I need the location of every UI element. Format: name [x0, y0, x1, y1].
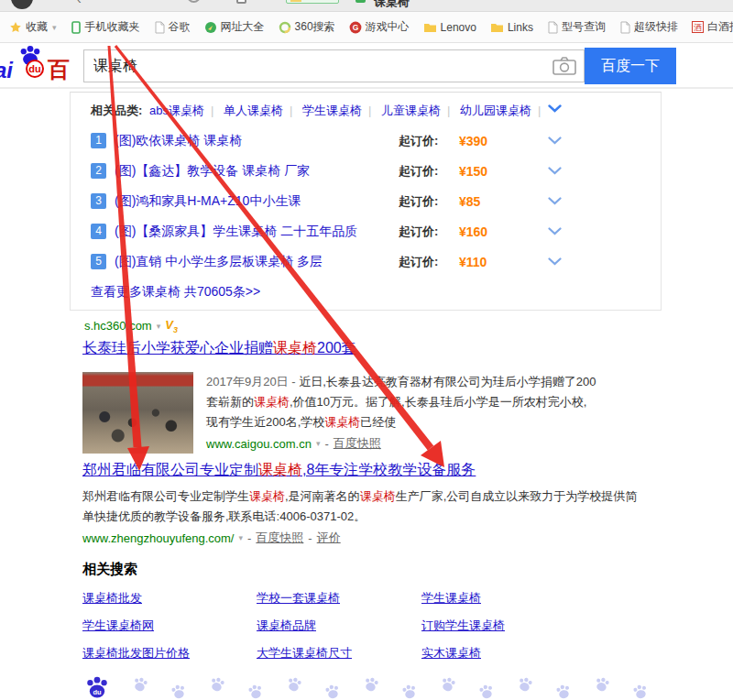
related-search-link[interactable]: 学生课桌椅网: [82, 618, 257, 634]
view-more-link[interactable]: 查看更多课桌椅 共70605条>>: [91, 284, 260, 299]
rank-badge: 4: [91, 224, 106, 239]
product-link[interactable]: (图)欧依课桌椅 课桌椅: [115, 133, 242, 149]
folder-icon: [423, 22, 437, 33]
tab-favicon: [356, 0, 366, 3]
back-button-icon[interactable]: ‹: [77, 0, 82, 6]
chevron-down-icon[interactable]: [548, 104, 562, 113]
paw-icon[interactable]: [169, 683, 188, 700]
product-listing-box: 相关品类: abs课桌椅| 单人课桌椅| 学生课桌椅| 儿童课桌椅| 幼儿园课桌…: [70, 92, 662, 311]
result-title-link[interactable]: 郑州君临有限公司专业定制课桌椅,8年专注学校教学设备服务: [82, 461, 669, 480]
result-url[interactable]: www.caigou.com.cn: [206, 437, 312, 451]
bookmark-model-lookup[interactable]: 型号查询: [547, 19, 606, 35]
related-search-link[interactable]: 学生课桌椅: [421, 590, 651, 607]
chevron-down-icon[interactable]: ▾: [316, 439, 321, 448]
product-link[interactable]: (图)【桑源家具】学生课桌椅 二十五年品质: [115, 224, 357, 240]
baidu-logo[interactable]: ai du 百度: [0, 45, 81, 87]
related-search-link[interactable]: 课桌椅批发图片价格: [82, 645, 257, 662]
snapshot-link[interactable]: 百度快照: [334, 435, 381, 452]
star-icon: [9, 21, 22, 34]
category-link[interactable]: abs课桌椅: [149, 104, 204, 117]
bookmark-folder-links[interactable]: Links: [490, 21, 533, 34]
related-search-section: 相关搜索 课桌椅批发 学校一套课桌椅 学生课桌椅 学生课桌椅网 课桌椅品牌 订购…: [82, 561, 651, 662]
chevron-down-icon[interactable]: [548, 227, 562, 235]
camera-icon[interactable]: [552, 56, 576, 76]
result-snippet: 郑州君临有限公司专业定制学生课桌椅,是河南著名的课桌椅生产厂家,公司自成立以来致…: [82, 487, 649, 527]
category-link[interactable]: 幼儿园课桌椅: [460, 104, 531, 117]
chevron-down-icon[interactable]: ▾: [238, 533, 243, 542]
price-value: ¥150: [459, 164, 487, 179]
paw-icon[interactable]: [553, 683, 573, 700]
paw-icon[interactable]: [323, 683, 342, 700]
paw-icon[interactable]: [476, 683, 496, 700]
bookmark-360-search[interactable]: 360搜索: [279, 19, 335, 35]
paw-icon[interactable]: [438, 675, 458, 695]
price-value: ¥390: [459, 134, 487, 148]
paw-icon[interactable]: [630, 683, 650, 700]
chevron-down-icon[interactable]: ▾: [157, 322, 161, 331]
snapshot-link[interactable]: 百度快照: [256, 530, 303, 546]
bookmark-folder-lenovo[interactable]: Lenovo: [423, 21, 476, 34]
paw-icon[interactable]: [207, 675, 227, 695]
related-search-link[interactable]: 课桌椅品牌: [257, 618, 421, 634]
extension-chip[interactable]: [286, 0, 339, 4]
paw-icon[interactable]: [399, 683, 419, 700]
bookmark-google[interactable]: 谷歌: [154, 19, 191, 35]
chevron-down-icon[interactable]: [548, 197, 562, 205]
related-search-link[interactable]: 订购学生课桌椅: [421, 618, 651, 634]
result-url[interactable]: www.zhengzhouyufeng.com/: [82, 531, 234, 545]
avatar-circle[interactable]: [11, 0, 33, 9]
bookmark-game-center[interactable]: G 游戏中心: [349, 19, 410, 35]
product-link[interactable]: (图)【鑫达】教学设备 课桌椅 厂家: [115, 163, 310, 180]
related-search-link[interactable]: 大学生课桌椅尺寸: [257, 645, 421, 662]
review-link[interactable]: 评价: [317, 530, 341, 546]
related-search-link[interactable]: 课桌椅批发: [82, 590, 257, 607]
svg-text:G: G: [352, 23, 358, 32]
chevron-down-icon[interactable]: [548, 167, 562, 175]
related-search-link[interactable]: 实木课桌椅: [421, 645, 651, 662]
bookmark-phone-favorites[interactable]: 手机收藏夹: [71, 19, 140, 35]
compass-icon: [204, 21, 217, 34]
paw-icon[interactable]: [592, 675, 612, 695]
result-url-line: www.caigou.com.cn ▾ - 百度快照: [206, 435, 598, 452]
paw-icon[interactable]: [284, 675, 304, 695]
category-link[interactable]: 单人课桌椅: [224, 104, 283, 117]
device-icon[interactable]: [236, 0, 246, 4]
result-thumbnail[interactable]: [82, 372, 193, 454]
svg-text:du: du: [93, 688, 102, 696]
paw-icon[interactable]: [515, 675, 535, 695]
product-row: 2 (图)【鑫达】教学设备 课桌椅 厂家 起订价: ¥150: [91, 156, 661, 186]
bookmark-favorites[interactable]: 收藏 ▾: [9, 19, 57, 35]
page-icon: [619, 21, 630, 34]
bookmark-site-directory[interactable]: 网址大全: [204, 19, 265, 35]
paw-icon[interactable]: [246, 683, 265, 700]
paw-icon[interactable]: [361, 675, 381, 695]
result-title-link[interactable]: 长泰珪后小学获爱心企业捐赠课桌椅200套: [82, 339, 669, 358]
refresh-icon[interactable]: [187, 0, 201, 3]
chevron-down-icon[interactable]: [548, 257, 562, 266]
paw-icon[interactable]: [130, 675, 150, 695]
game-icon: G: [349, 21, 362, 34]
bookmark-super-rank[interactable]: 超级快排: [619, 19, 678, 35]
search-button[interactable]: 百度一下: [585, 48, 676, 84]
bookmark-liquor[interactable]: 酒 白酒招商: [692, 19, 733, 35]
page-icon: [154, 21, 165, 34]
baidu-paw-logo-icon[interactable]: du: [84, 676, 110, 700]
tab-title[interactable]: 课桌椅: [374, 0, 410, 10]
search-input[interactable]: [84, 58, 552, 74]
price-value: ¥160: [459, 224, 487, 239]
rank-badge: 2: [91, 163, 106, 179]
listing-source: s.hc360.com ▾ V3: [84, 318, 178, 334]
product-link[interactable]: (图)鸿和家具H-MA+Z10中小生课: [115, 193, 301, 210]
product-row: 4 (图)【桑源家具】学生课桌椅 二十五年品质 起订价: ¥160: [91, 216, 661, 246]
browser-top-strip: ‹ 课桌椅: [0, 0, 733, 12]
price-label: 起订价:: [399, 163, 438, 180]
result-snippet: 2017年9月20日 - 近日,长泰县达亮教育器材有限公司为珪后小学捐赠了200…: [206, 372, 598, 432]
category-link[interactable]: 儿童课桌椅: [381, 104, 441, 117]
source-url[interactable]: s.hc360.com: [84, 319, 152, 333]
price-value: ¥110: [459, 255, 487, 269]
chevron-down-icon: ▾: [52, 23, 57, 32]
product-link[interactable]: (图)直销 中小学生多层板课桌椅 多层: [115, 254, 323, 270]
chevron-down-icon[interactable]: [548, 137, 562, 145]
category-link[interactable]: 学生课桌椅: [302, 104, 362, 117]
related-search-link[interactable]: 学校一套课桌椅: [257, 590, 421, 607]
